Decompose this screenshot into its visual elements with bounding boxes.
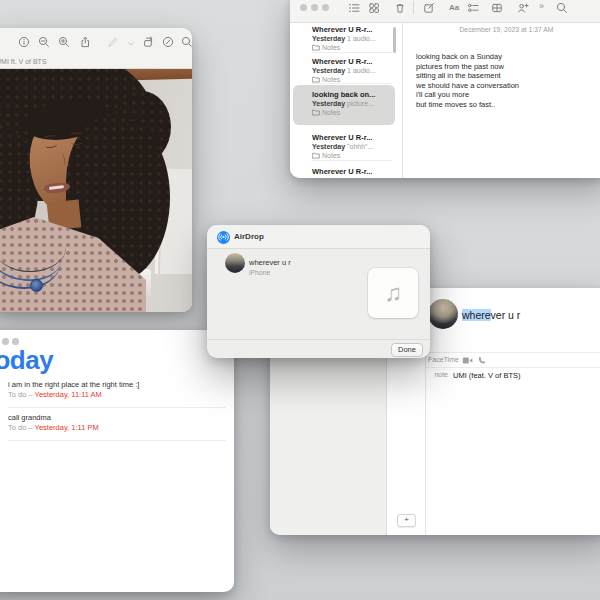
note-date: December 19, 2023 at 1:37 AM (403, 26, 600, 33)
compose-icon[interactable] (423, 2, 435, 14)
list-separator (312, 83, 392, 84)
airdrop-header: AirDrop (207, 225, 430, 249)
list-separator (8, 440, 226, 441)
airdrop-device-type: iPhone (249, 269, 270, 276)
list-separator (312, 52, 392, 53)
folder-icon-label: Notes (322, 152, 340, 159)
zoom-button[interactable] (322, 4, 329, 11)
notes-sidebar: Wherever U R-r... Yesterday 1 audio... N… (290, 23, 403, 178)
contact-avatar[interactable] (428, 299, 458, 329)
reminder-time: Yesterday, 11:11 AM (35, 390, 102, 399)
selected-text: where (462, 309, 491, 321)
folder-icon-label: Notes (322, 76, 340, 83)
note-text-line: pictures from the past now (416, 62, 504, 71)
done-button[interactable]: Done (391, 343, 423, 357)
airdrop-icon (217, 230, 230, 243)
list-separator (312, 160, 392, 161)
footer-separator (207, 339, 430, 340)
note-text-line: i'll call you more (416, 90, 469, 99)
note-text-line: sitting all in the basement (416, 71, 501, 80)
checklist-icon[interactable] (467, 2, 479, 14)
video-call-icon[interactable] (462, 356, 473, 365)
music-note-icon: ♫ (384, 279, 402, 307)
share-icon[interactable] (79, 36, 91, 48)
reminder-time: Yesterday, 1:11 PM (35, 423, 99, 432)
markup-icon[interactable] (107, 36, 119, 48)
rotate-icon[interactable] (142, 36, 154, 48)
reminders-window: Today i am in the right place at the rig… (0, 330, 234, 592)
annotate-icon[interactable] (162, 36, 174, 48)
gallery-view-icon[interactable] (368, 2, 380, 14)
preview-toolbar (0, 28, 192, 56)
zoom-out-icon[interactable] (38, 36, 50, 48)
more-tools-icon[interactable]: » (539, 1, 544, 11)
add-contact-button[interactable]: + (397, 514, 416, 527)
preview-title-strip: UMI ft. V of BTS (0, 56, 192, 69)
note-editor[interactable]: December 19, 2023 at 1:37 AM looking bac… (403, 23, 600, 178)
note-text-line: we should have a conversation (416, 81, 519, 90)
table-icon[interactable] (491, 2, 503, 14)
reminder-title: i am in the right place at the right tim… (8, 380, 139, 389)
zoom-in-icon[interactable] (58, 36, 70, 48)
airdrop-title: AirDrop (234, 232, 264, 241)
format-icon[interactable]: Aa (449, 3, 459, 12)
zoom-button[interactable] (12, 338, 19, 345)
list-view-icon[interactable] (348, 2, 360, 14)
desktop: UMI ft. V of BTS (0, 0, 600, 600)
trash-icon[interactable] (394, 2, 406, 14)
note-field-label: note (426, 371, 448, 378)
info-icon[interactable] (18, 36, 30, 48)
teeth (49, 185, 64, 190)
note-text-line: but time moves so fast.. (416, 100, 495, 109)
minimize-button[interactable] (2, 338, 9, 345)
folder-icon-label: Notes (322, 44, 340, 51)
reminder-meta: To do – Yesterday, 1:11 PM (8, 423, 99, 432)
notes-toolbar: Aa » (290, 0, 600, 23)
search-icon[interactable] (181, 36, 193, 48)
chevron-down-icon[interactable] (125, 38, 137, 50)
toolbar-divider (413, 1, 414, 14)
minimize-button[interactable] (311, 4, 318, 11)
reminders-heading: Today (0, 345, 53, 376)
preview-window: UMI ft. V of BTS (0, 28, 192, 312)
folder-icon-label: Notes (322, 109, 340, 116)
reminder-meta: To do – Yesterday, 11:11 AM (8, 390, 102, 399)
blue-pendant (30, 279, 43, 292)
preview-window-title: UMI ft. V of BTS (0, 58, 47, 65)
airdrop-device-avatar[interactable] (225, 253, 245, 273)
note-text-line: looking back on a Sunday (416, 52, 502, 61)
close-button[interactable] (300, 4, 307, 11)
row-separator (426, 352, 600, 353)
list-separator (8, 407, 226, 408)
notes-window: Aa » Wherever U R-r... Yesterday 1 audio… (290, 0, 600, 178)
facetime-label: FaceTime (428, 356, 459, 363)
phone-call-icon[interactable] (477, 356, 486, 365)
row-separator (426, 367, 600, 368)
sidebar-scrollbar[interactable] (393, 27, 396, 53)
airdrop-device-name[interactable]: wherever u r (249, 258, 291, 267)
airdrop-dialog: AirDrop wherever u r iPhone ♫ Done (207, 225, 430, 358)
search-icon[interactable] (556, 2, 568, 14)
shared-file-tile: ♫ (368, 268, 418, 318)
note-field-value[interactable]: UMI (feat. V of BTS) (453, 371, 521, 380)
reminder-title: call grandma (8, 413, 51, 422)
contact-name[interactable]: wherever u r (462, 309, 520, 321)
photo-of-woman (0, 69, 192, 312)
collaborate-icon[interactable] (517, 2, 529, 14)
